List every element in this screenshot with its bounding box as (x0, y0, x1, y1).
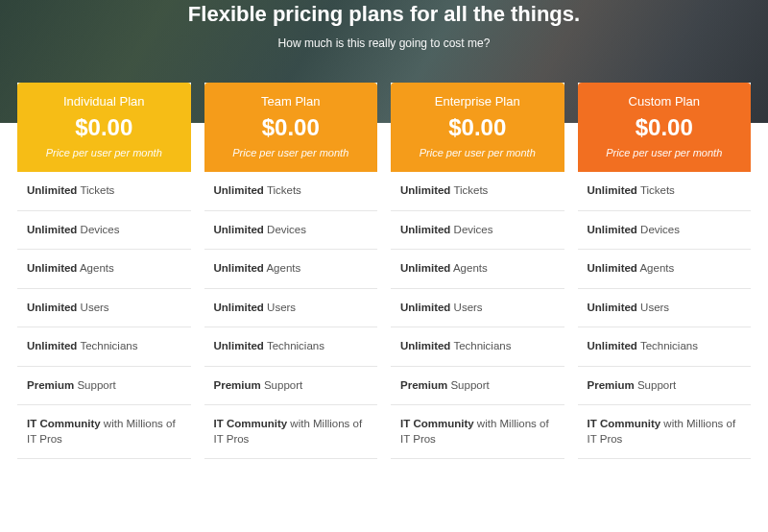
feature-item: Unlimited Devices (578, 211, 752, 251)
feature-bold: Unlimited (588, 184, 637, 196)
feature-bold: IT Community (214, 418, 288, 429)
feature-rest: Technicians (450, 340, 511, 351)
page-subtitle: How much is this really going to cost me… (0, 36, 768, 50)
feature-bold: Unlimited (400, 302, 450, 313)
feature-bold: Premium (27, 379, 74, 391)
feature-item: IT Community with Millions of IT Pros (578, 405, 752, 459)
feature-rest: Devices (637, 224, 680, 235)
feature-list: Unlimited TicketsUnlimited DevicesUnlimi… (204, 172, 378, 459)
feature-item: Unlimited Agents (578, 250, 752, 289)
feature-bold: Unlimited (214, 340, 264, 351)
feature-bold: Unlimited (400, 224, 450, 235)
plan-header: Enterprise Plan$0.00Price per user per m… (391, 83, 564, 172)
feature-bold: Unlimited (214, 184, 264, 196)
feature-rest: Support (447, 379, 489, 391)
feature-rest: Tickets (77, 184, 114, 196)
feature-list: Unlimited TicketsUnlimited DevicesUnlimi… (391, 172, 564, 459)
pricing-plan: Individual Plan$0.00Price per user per m… (17, 83, 191, 459)
feature-rest: Users (264, 302, 296, 313)
feature-list: Unlimited TicketsUnlimited DevicesUnlimi… (17, 172, 191, 459)
feature-bold: Unlimited (400, 262, 450, 274)
feature-list: Unlimited TicketsUnlimited DevicesUnlimi… (578, 172, 752, 459)
feature-item: IT Community with Millions of IT Pros (204, 405, 378, 459)
feature-item: Unlimited Users (578, 289, 752, 328)
feature-item: Unlimited Agents (204, 250, 378, 289)
feature-rest: Technicians (264, 340, 324, 351)
plan-header: Custom Plan$0.00Price per user per month (578, 83, 752, 172)
feature-item: Unlimited Users (391, 289, 564, 328)
feature-bold: IT Community (588, 418, 661, 429)
feature-bold: Unlimited (27, 184, 77, 196)
feature-bold: Unlimited (588, 224, 637, 235)
feature-rest: Support (635, 379, 676, 391)
feature-rest: Users (637, 302, 669, 313)
feature-bold: Premium (588, 379, 635, 391)
feature-rest: Users (77, 302, 108, 313)
feature-bold: Unlimited (27, 302, 77, 313)
plan-price: $0.00 (23, 114, 185, 141)
feature-item: Unlimited Users (17, 289, 191, 328)
feature-bold: Unlimited (588, 340, 637, 351)
feature-rest: Agents (264, 262, 300, 274)
plan-name: Enterprise Plan (396, 94, 559, 109)
feature-rest: Tickets (450, 184, 488, 196)
feature-rest: Tickets (637, 184, 675, 196)
feature-item: Premium Support (391, 367, 564, 406)
feature-item: Unlimited Devices (17, 211, 191, 251)
feature-item: Unlimited Devices (204, 211, 378, 251)
pricing-plan: Enterprise Plan$0.00Price per user per m… (391, 83, 564, 459)
feature-rest: Tickets (264, 184, 301, 196)
feature-item: Premium Support (17, 367, 191, 406)
feature-bold: IT Community (27, 418, 101, 429)
feature-rest: Agents (637, 262, 674, 274)
plan-price: $0.00 (584, 114, 746, 141)
plan-price: $0.00 (396, 114, 559, 141)
feature-item: Unlimited Tickets (578, 172, 752, 211)
feature-item: Unlimited Devices (391, 211, 564, 251)
feature-item: Unlimited Tickets (391, 172, 564, 211)
feature-rest: Technicians (637, 340, 698, 351)
feature-item: Unlimited Technicians (17, 327, 191, 367)
plan-header: Individual Plan$0.00Price per user per m… (17, 83, 191, 172)
feature-rest: Technicians (77, 340, 137, 351)
plan-note: Price per user per month (210, 147, 372, 158)
feature-rest: Support (261, 379, 302, 391)
feature-bold: Unlimited (588, 262, 637, 274)
feature-bold: Unlimited (214, 302, 264, 313)
plan-name: Team Plan (210, 94, 372, 109)
feature-bold: Unlimited (214, 224, 264, 235)
feature-bold: Premium (400, 379, 447, 391)
page-title: Flexible pricing plans for all the thing… (0, 2, 768, 27)
plan-note: Price per user per month (23, 147, 185, 158)
plan-name: Individual Plan (23, 94, 185, 109)
feature-item: Unlimited Agents (391, 250, 564, 289)
plan-note: Price per user per month (584, 147, 746, 158)
feature-bold: Unlimited (400, 340, 450, 351)
feature-item: Unlimited Technicians (578, 327, 752, 367)
feature-bold: Unlimited (400, 184, 450, 196)
feature-item: Unlimited Tickets (204, 172, 378, 211)
feature-item: Premium Support (578, 367, 752, 406)
feature-rest: Devices (450, 224, 492, 235)
plan-header: Team Plan$0.00Price per user per month (204, 83, 378, 172)
feature-bold: Unlimited (27, 262, 77, 274)
pricing-plan: Custom Plan$0.00Price per user per month… (578, 83, 752, 459)
feature-item: Unlimited Technicians (391, 327, 564, 367)
feature-rest: Agents (450, 262, 487, 274)
plan-note: Price per user per month (396, 147, 559, 158)
feature-bold: Unlimited (588, 302, 637, 313)
feature-item: Premium Support (204, 367, 378, 406)
feature-bold: Unlimited (214, 262, 264, 274)
feature-rest: Users (450, 302, 482, 313)
feature-item: Unlimited Users (204, 289, 378, 328)
pricing-plan: Team Plan$0.00Price per user per monthUn… (204, 83, 378, 459)
feature-item: Unlimited Tickets (17, 172, 191, 211)
feature-rest: Agents (77, 262, 113, 274)
feature-item: IT Community with Millions of IT Pros (17, 405, 191, 459)
feature-item: IT Community with Millions of IT Pros (391, 405, 564, 459)
feature-item: Unlimited Agents (17, 250, 191, 289)
plan-price: $0.00 (210, 114, 372, 141)
plan-name: Custom Plan (584, 94, 746, 109)
feature-item: Unlimited Technicians (204, 327, 378, 367)
feature-rest: Support (74, 379, 115, 391)
